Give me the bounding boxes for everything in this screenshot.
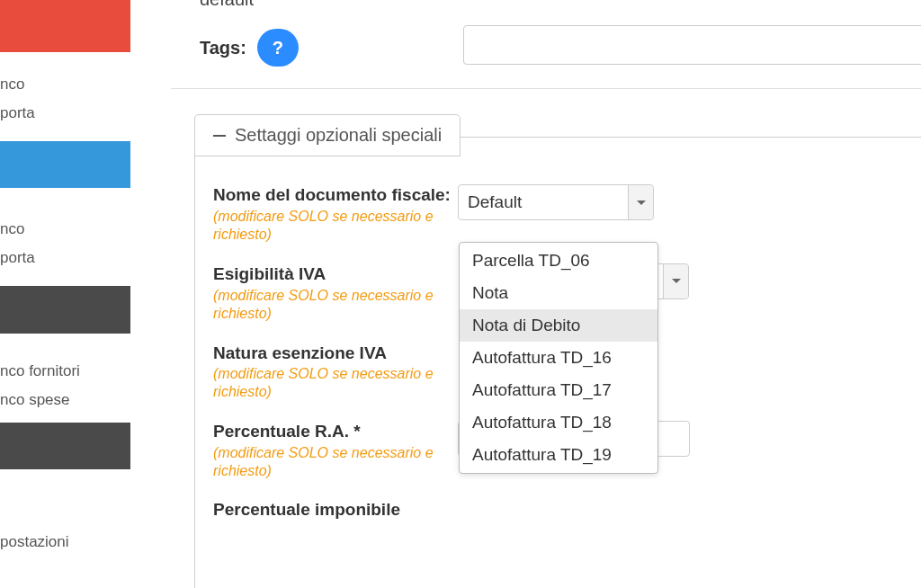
doc-name-note: (modificare SOLO se necessario e richies… <box>213 208 458 244</box>
fieldset-legend-label: Settaggi opzionali speciali <box>235 125 442 146</box>
doc-name-select-value: Default <box>468 192 522 212</box>
sidebar-item[interactable]: porta <box>0 244 130 272</box>
sidebar-item[interactable]: nco <box>0 70 130 99</box>
dropdown-item[interactable]: Nota di Debito <box>460 309 657 342</box>
optional-settings-fieldset: Settaggi opzionali speciali Nome del doc… <box>194 137 921 588</box>
collapse-icon <box>213 135 226 137</box>
chevron-down-icon <box>672 279 681 283</box>
ra-label: Percentuale R.A. * <box>213 421 458 442</box>
sidebar-block-blue[interactable] <box>0 141 130 188</box>
dropdown-item[interactable]: Parcella TD_06 <box>460 245 657 277</box>
dropdown-item[interactable]: Autofattura TD_17 <box>460 374 657 406</box>
dropdown-item[interactable]: Autofattura TD_16 <box>460 342 657 374</box>
previous-row-cut: default <box>200 0 254 10</box>
help-icon[interactable]: ? <box>257 29 299 67</box>
doc-name-select[interactable]: Default <box>458 184 654 220</box>
sidebar-group-2: nco porta <box>0 188 130 286</box>
section-divider <box>171 88 921 89</box>
sidebar-item[interactable]: postazioni <box>0 528 130 557</box>
esenzione-note: (modificare SOLO se necessario e richies… <box>213 365 458 401</box>
tags-row: Tags: ? <box>200 29 299 67</box>
chevron-down-icon <box>637 200 646 205</box>
fieldset-legend[interactable]: Settaggi opzionali speciali <box>194 114 460 156</box>
select-caret <box>628 185 653 219</box>
iva-label: Esigibilità IVA <box>213 263 458 285</box>
sidebar-item[interactable]: nco <box>0 215 130 244</box>
row-doc-name: Nome del documento fiscale: (modificare … <box>213 184 921 244</box>
dropdown-item[interactable]: Nota <box>460 277 657 309</box>
sidebar-item[interactable]: nco fornitori <box>0 357 130 386</box>
sidebar-block-red <box>0 0 130 52</box>
tags-input[interactable] <box>463 25 921 65</box>
iva-note: (modificare SOLO se necessario e richies… <box>213 287 458 323</box>
dropdown-item[interactable]: Autofattura TD_19 <box>460 439 657 471</box>
sidebar-item[interactable]: nco spese <box>0 386 130 414</box>
sidebar-block-gray-2[interactable] <box>0 423 130 469</box>
sidebar-group-4: postazioni <box>0 469 130 588</box>
row-imponibile: Percentuale imponibile <box>213 500 921 520</box>
tags-label: Tags: <box>200 38 246 58</box>
doc-name-label: Nome del documento fiscale: <box>213 184 458 206</box>
sidebar-item[interactable]: porta <box>0 99 130 128</box>
main-content: default Tags: ? Settaggi opzionali speci… <box>171 0 921 588</box>
sidebar: nco porta nco porta nco fornitori nco sp… <box>0 0 130 588</box>
esenzione-label: Natura esenzione IVA <box>213 343 458 364</box>
ra-note: (modificare SOLO se necessario e richies… <box>213 444 458 480</box>
dropdown-item[interactable]: Autofattura TD_18 <box>460 406 657 439</box>
sidebar-group-1: nco porta <box>0 52 130 141</box>
sidebar-block-gray[interactable] <box>0 286 130 334</box>
imponibile-label: Percentuale imponibile <box>213 500 458 520</box>
doc-name-dropdown: Parcella TD_06 Nota Nota di Debito Autof… <box>459 242 658 474</box>
sidebar-group-3: nco fornitori nco spese <box>0 334 130 423</box>
select-caret <box>663 264 688 298</box>
